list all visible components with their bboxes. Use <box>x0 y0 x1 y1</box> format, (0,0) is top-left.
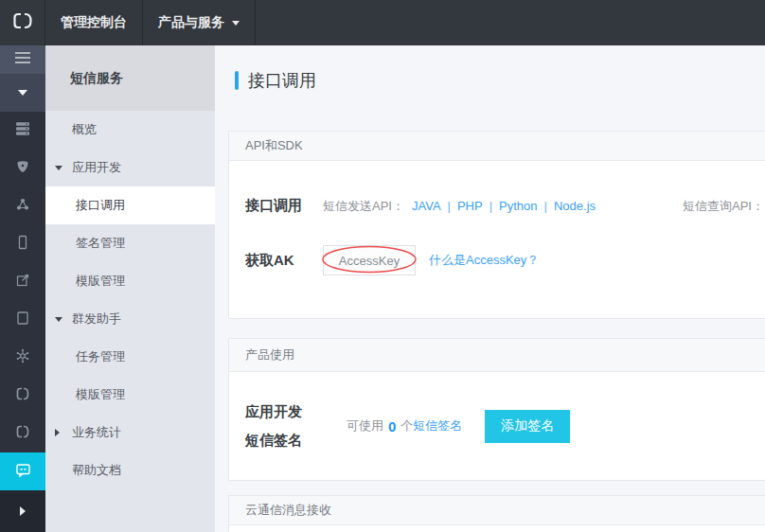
shield-icon <box>15 159 30 178</box>
access-key-button[interactable]: AccessKey <box>323 245 416 275</box>
rail-item-code-1[interactable] <box>0 377 45 415</box>
chat-bubble-icon <box>15 462 31 482</box>
card-api-body: 接口调用 短信发送API： JAVA | PHP | Python | Node… <box>228 161 765 319</box>
link-php[interactable]: PHP <box>457 199 483 213</box>
usage-label-line1: 应用开发 <box>245 398 323 426</box>
caret-down-icon <box>232 21 240 26</box>
rail-item-mobile[interactable] <box>0 225 45 263</box>
rail-item-code-2[interactable] <box>0 415 45 452</box>
page-title: 接口调用 <box>248 69 316 92</box>
caret-down-icon <box>55 166 62 170</box>
separator: | <box>448 199 451 213</box>
menu-label: 群发助手 <box>72 310 121 328</box>
usage-prefix: 可使用 <box>347 417 383 434</box>
sidebar-item-signature-mgmt[interactable]: 签名管理 <box>45 224 215 262</box>
usage-summary: 可使用 0 个 短信签名 <box>347 417 462 434</box>
share-nodes-icon <box>15 197 30 216</box>
card-header-label: API和SDK <box>245 137 303 154</box>
tablet-icon <box>15 310 30 329</box>
hamburger-menu-button[interactable] <box>0 45 45 74</box>
rail-item-export[interactable] <box>0 263 45 301</box>
alibaba-cloud-logo-icon <box>11 11 34 34</box>
sidebar-title: 短信服务 <box>45 45 215 111</box>
rail-item-device[interactable] <box>0 301 45 339</box>
menu-label: 模版管理 <box>76 273 125 290</box>
sidebar-item-overview[interactable]: 概览 <box>45 111 215 149</box>
brackets-icon <box>15 386 30 405</box>
server-stack-icon <box>15 121 30 140</box>
title-accent-bar <box>235 71 239 90</box>
ak-row-label: 获取AK <box>245 252 323 270</box>
link-nodejs[interactable]: Node.js <box>554 199 596 213</box>
rail-item-instances[interactable] <box>0 112 45 150</box>
api-row-label: 接口调用 <box>245 197 323 215</box>
usage-row-label: 应用开发 短信签名 <box>245 398 323 454</box>
collapse-button[interactable] <box>0 74 45 112</box>
card-api-sdk: API和SDK 接口调用 短信发送API： JAVA | PHP | Pytho… <box>228 131 765 319</box>
card-product-usage: 产品使用 应用开发 短信签名 可使用 0 个 短信签名 添加签名 <box>228 338 765 481</box>
what-is-accesskey-link[interactable]: 什么是AccessKey？ <box>429 252 539 269</box>
sidebar: 短信服务 概览 应用开发 接口调用 签名管理 模版管理 群发助手 任务管理 模版… <box>45 45 215 532</box>
rail-item-network[interactable] <box>0 187 45 225</box>
menu-label: 任务管理 <box>76 348 125 365</box>
topbar-item-console[interactable]: 管理控制台 <box>45 0 143 45</box>
access-key-row: 获取AK AccessKey 什么是AccessKey？ <box>245 245 753 275</box>
add-signature-button-label: 添加签名 <box>501 417 554 434</box>
menu-label: 签名管理 <box>76 235 125 252</box>
card-header-label: 产品使用 <box>245 346 294 364</box>
console-label: 管理控制台 <box>61 14 127 31</box>
rail-item-messages-active[interactable] <box>0 452 45 490</box>
menu-label: 模版管理 <box>76 386 125 403</box>
rail-expand-button[interactable] <box>0 490 45 532</box>
caret-down-icon <box>55 317 62 322</box>
link-java[interactable]: JAVA <box>412 199 441 213</box>
caret-right-icon <box>55 429 60 436</box>
sidebar-item-help-docs[interactable]: 帮助文档 <box>45 452 215 489</box>
brand-logo[interactable] <box>0 0 45 45</box>
query-api-label: 短信查询API： <box>683 198 764 215</box>
card-receive-header: 云通信消息接收 <box>228 495 765 525</box>
link-python[interactable]: Python <box>499 199 537 213</box>
signature-count: 0 <box>388 418 396 434</box>
send-api-label: 短信发送API： <box>323 198 404 215</box>
triangle-right-icon <box>20 506 26 516</box>
sms-signature-link[interactable]: 短信签名 <box>413 417 462 434</box>
separator: | <box>544 199 547 213</box>
sidebar-menu: 概览 应用开发 接口调用 签名管理 模版管理 群发助手 任务管理 模版管理 业务… <box>45 111 215 489</box>
sidebar-item-api-call[interactable]: 接口调用 <box>45 186 215 224</box>
rail-item-iot[interactable] <box>0 339 45 377</box>
card-usage-header: 产品使用 <box>228 338 765 372</box>
separator: | <box>489 199 492 213</box>
phone-icon <box>15 235 30 254</box>
star-network-icon <box>15 348 30 367</box>
sidebar-item-task-mgmt[interactable]: 任务管理 <box>45 338 215 376</box>
menu-label: 概览 <box>72 121 97 138</box>
usage-label-line2: 短信签名 <box>245 426 323 454</box>
products-label: 产品与服务 <box>158 14 224 31</box>
menu-label: 接口调用 <box>76 197 125 214</box>
usage-unit: 个 <box>400 417 413 434</box>
menu-label: 应用开发 <box>72 159 121 176</box>
menu-label: 业务统计 <box>72 424 121 441</box>
menu-label: 帮助文档 <box>72 462 121 479</box>
access-key-button-label: AccessKey <box>339 254 400 268</box>
sidebar-group-app-dev[interactable]: 应用开发 <box>45 149 215 186</box>
add-signature-button[interactable]: 添加签名 <box>485 410 570 443</box>
card-receive-body <box>228 525 765 532</box>
triangle-down-icon <box>18 90 27 96</box>
main-content: 接口调用 API和SDK 接口调用 短信发送API： JAVA | PHP | … <box>215 45 765 532</box>
hamburger-icon <box>14 51 31 68</box>
sidebar-group-business-stats[interactable]: 业务统计 <box>45 414 215 452</box>
sidebar-group-mass-send[interactable]: 群发助手 <box>45 300 215 338</box>
card-message-receive: 云通信消息接收 <box>228 495 765 532</box>
sidebar-item-template-mgmt[interactable]: 模版管理 <box>45 262 215 300</box>
page-header: 接口调用 <box>215 45 765 90</box>
sidebar-item-template-mgmt-2[interactable]: 模版管理 <box>45 376 215 414</box>
card-usage-body: 应用开发 短信签名 可使用 0 个 短信签名 添加签名 <box>228 372 765 481</box>
topbar-item-products[interactable]: 产品与服务 <box>143 0 256 45</box>
sidebar-title-label: 短信服务 <box>70 70 123 87</box>
card-header-label: 云通信消息接收 <box>245 502 331 519</box>
rail-item-security[interactable] <box>0 150 45 187</box>
topbar: 管理控制台 产品与服务 <box>0 0 765 45</box>
api-links-row: 接口调用 短信发送API： JAVA | PHP | Python | Node… <box>245 197 753 215</box>
